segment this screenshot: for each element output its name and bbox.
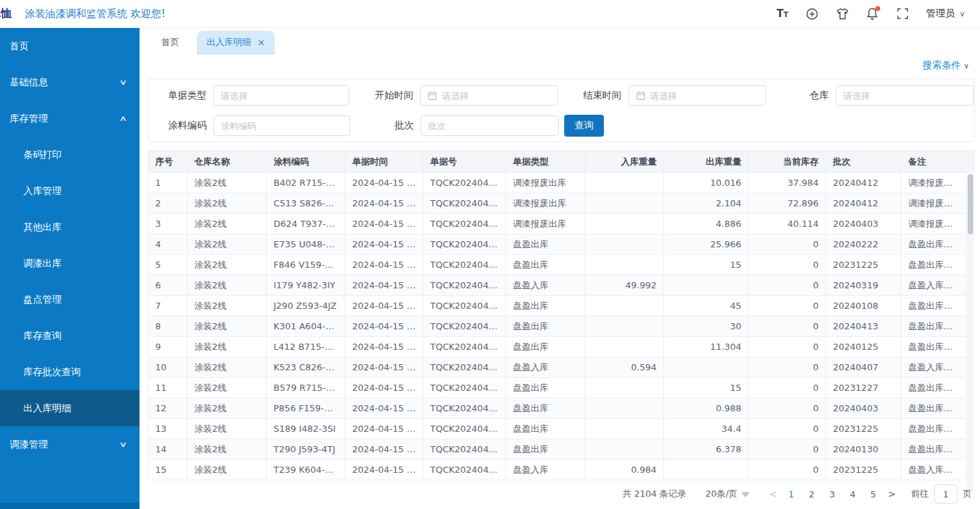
table-cell: 盘盈出库审核: [901, 398, 966, 419]
doc-type-select[interactable]: [213, 85, 349, 106]
table-cell: 20240412: [826, 193, 901, 214]
table-cell: 涂装2线: [187, 398, 267, 419]
warehouse-input[interactable]: [843, 91, 966, 101]
table-cell: 0.984: [585, 460, 664, 480]
table-cell: 0: [749, 275, 826, 296]
table-row[interactable]: 14涂装2线T290 J593-4TJ2024-04-15 14:...TQCK…: [148, 439, 966, 460]
start-time-picker[interactable]: [420, 85, 557, 106]
table-row[interactable]: 1涂装2线B402 R715-6BR2024-04-15 15:...TQCK2…: [148, 173, 966, 193]
scrollbar-thumb[interactable]: [968, 174, 973, 234]
table-header-row: 序号仓库名称涂料编码单据时间单据号单据类型入库重量出库重量当前库存批次备注: [148, 151, 966, 173]
table-cell: B402 R715-6BR: [267, 173, 345, 193]
doc-type-input[interactable]: [221, 91, 342, 101]
goto-page-input[interactable]: [934, 484, 957, 504]
table-row[interactable]: 8涂装2线K301 A604-5KA2024-04-15 14:...TQCK2…: [148, 316, 966, 337]
table-cell: 14: [148, 439, 187, 460]
page-3[interactable]: 3: [822, 489, 843, 499]
table-cell: 调漆报废出库: [506, 214, 585, 234]
table-row[interactable]: 6涂装2线I179 Y482-3IY2024-04-15 14:...TQCK2…: [148, 275, 966, 296]
sidebar-item-label: 盘点管理: [23, 294, 62, 306]
table-cell: 调漆报废出库: [506, 173, 585, 193]
user-menu[interactable]: 管理员 ∨: [926, 8, 965, 20]
table-cell: 0: [749, 337, 826, 357]
page-2[interactable]: 2: [802, 489, 822, 499]
theme-shirt-icon[interactable]: [836, 7, 849, 20]
data-table: 序号仓库名称涂料编码单据时间单据号单据类型入库重量出库重量当前库存批次备注 1涂…: [148, 150, 966, 480]
table-cell: 盘盈出库: [506, 337, 585, 357]
batch-input[interactable]: [428, 121, 551, 131]
table-cell: 涂装2线: [187, 255, 267, 275]
sidebar-item-3[interactable]: 条码打印: [0, 137, 140, 173]
table-cell: 72.896: [749, 193, 826, 214]
column-header: 单据类型: [506, 151, 585, 173]
query-button[interactable]: 查询: [564, 115, 604, 137]
table-cell: 34.4: [664, 419, 749, 439]
table-row[interactable]: 3涂装2线D624 T937-8DT2024-04-15 15:...TQCK2…: [148, 214, 966, 234]
table-cell: 盘盈出库审核: [901, 255, 966, 275]
page-5[interactable]: 5: [863, 489, 884, 499]
sidebar-item-8[interactable]: 库存查询: [0, 318, 140, 354]
table-row[interactable]: 11涂装2线B579 R715-7AQ2024-04-15 14:...TQCK…: [148, 378, 966, 398]
table-cell: 40.114: [749, 214, 826, 234]
sidebar-item-5[interactable]: 其他出库: [0, 209, 140, 245]
table-row[interactable]: 10涂装2线K523 C826-7MA2024-04-15 14:...TQCK…: [148, 357, 966, 378]
table-cell: 45: [664, 296, 749, 316]
table-row[interactable]: 7涂装2线J290 Z593-4JZ2024-04-15 14:...TQCK2…: [148, 296, 966, 316]
sidebar-item-10[interactable]: 出入库明细: [0, 390, 140, 426]
sidebar-item-4[interactable]: 入库管理: [0, 173, 140, 209]
tab-inout-detail[interactable]: 出入库明细 ×: [197, 31, 275, 55]
table-cell: [585, 316, 664, 337]
table-row[interactable]: 13涂装2线S189 I482-3SI2024-04-15 14:...TQCK…: [148, 419, 966, 439]
sidebar-item-9[interactable]: 库存批次查询: [0, 354, 140, 390]
warehouse-select[interactable]: [836, 85, 974, 106]
zoom-in-icon[interactable]: [806, 7, 819, 20]
table-cell: [585, 419, 664, 439]
table-row[interactable]: 2涂装2线C513 S826-7CS2024-04-15 15:...TQCK2…: [148, 193, 966, 214]
tab-bar: 首页 出入库明细 ×: [140, 28, 980, 55]
table-cell: 盘盈出库审核: [901, 439, 966, 460]
table-cell: 5: [148, 255, 187, 275]
vertical-scrollbar[interactable]: [967, 173, 974, 489]
table-cell: 涂装2线: [187, 214, 267, 234]
end-time-input[interactable]: [650, 91, 758, 101]
sidebar-item-6[interactable]: 调漆出库: [0, 245, 140, 281]
next-page-button[interactable]: >: [884, 489, 900, 499]
start-time-input[interactable]: [442, 91, 550, 101]
table-row[interactable]: 5涂装2线F846 V159-0FV2024-04-15 14:...TQCK2…: [148, 255, 966, 275]
tab-home[interactable]: 首页: [153, 31, 187, 55]
sidebar-item-0[interactable]: 首页: [0, 28, 140, 64]
sidebar-collapse-bar[interactable]: [0, 503, 140, 509]
table-cell: 涂装2线: [187, 460, 267, 480]
search-conditions-toggle[interactable]: 搜索条件 ∨: [923, 59, 969, 72]
sidebar-item-7[interactable]: 盘点管理: [0, 281, 140, 318]
bell-icon[interactable]: [866, 7, 879, 20]
table-row[interactable]: 12涂装2线P856 F159-0PF2024-04-15 14:...TQCK…: [148, 398, 966, 419]
close-icon[interactable]: ×: [257, 38, 265, 47]
table-cell: E735 U048-9EU: [267, 234, 345, 255]
paint-code-input[interactable]: [221, 121, 343, 131]
table-cell: TQCK2024041....: [423, 460, 506, 480]
table-row[interactable]: 15涂装2线T239 K604-2RH2024-04-15 14:...TQCK…: [148, 460, 966, 480]
page-4[interactable]: 4: [843, 489, 863, 499]
table-row[interactable]: 9涂装2线L412 B715-6LB2024-04-15 14:...TQCK2…: [148, 337, 966, 357]
table-cell: [585, 234, 664, 255]
table-cell: TQCK2024041....: [423, 193, 506, 214]
sidebar-item-11[interactable]: 调漆管理∨: [0, 426, 140, 463]
goto-page: 前往 页: [911, 484, 972, 504]
app-logo: L恤: [0, 7, 25, 21]
prev-page-button[interactable]: <: [765, 489, 781, 499]
fullscreen-icon[interactable]: [896, 7, 910, 20]
paint-code-field[interactable]: [213, 115, 350, 136]
filter-row-1: 单据类型 开始时间 结束时间 仓库: [148, 85, 974, 106]
sidebar-item-2[interactable]: 库存管理∧: [0, 100, 140, 137]
header-toolbar: TT 管理员 ∨: [776, 7, 980, 20]
table-cell: 8: [148, 316, 187, 337]
batch-field[interactable]: [421, 115, 559, 136]
sidebar-item-1[interactable]: 基础信息∨: [0, 64, 140, 100]
font-size-icon[interactable]: TT: [776, 7, 789, 20]
end-time-picker[interactable]: [628, 85, 766, 106]
table-cell: 0: [749, 357, 826, 378]
page-1[interactable]: 1: [781, 489, 802, 499]
table-row[interactable]: 4涂装2线E735 U048-9EU2024-04-15 14:...TQCK2…: [148, 234, 966, 255]
page-size-select[interactable]: 20条/页 ▼: [705, 488, 748, 500]
